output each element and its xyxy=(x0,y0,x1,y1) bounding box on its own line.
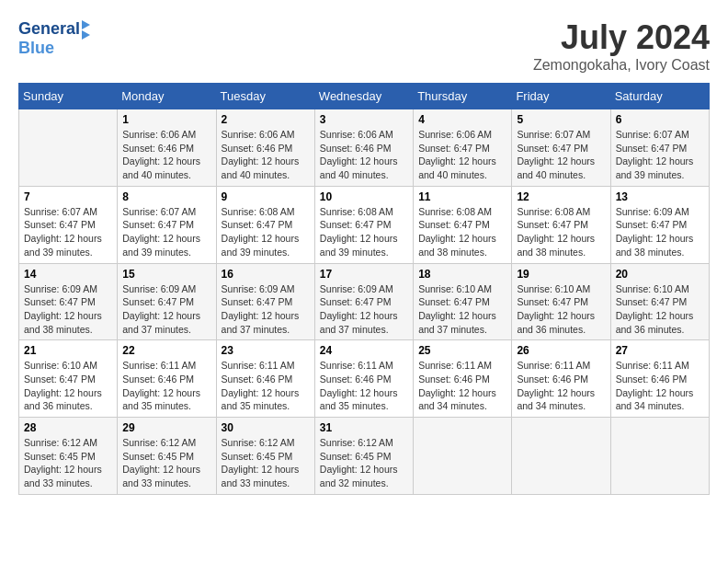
day-cell: 25Sunrise: 6:11 AM Sunset: 6:46 PM Dayli… xyxy=(414,340,512,418)
day-info: Sunrise: 6:11 AM Sunset: 6:46 PM Dayligh… xyxy=(320,359,408,413)
day-number: 11 xyxy=(418,190,506,203)
day-info: Sunrise: 6:10 AM Sunset: 6:47 PM Dayligh… xyxy=(418,282,506,337)
week-row-5: 28Sunrise: 6:12 AM Sunset: 6:45 PM Dayli… xyxy=(19,418,710,495)
day-info: Sunrise: 6:11 AM Sunset: 6:46 PM Dayligh… xyxy=(122,359,210,413)
day-info: Sunrise: 6:08 AM Sunset: 6:47 PM Dayligh… xyxy=(517,205,605,259)
day-info: Sunrise: 6:09 AM Sunset: 6:47 PM Dayligh… xyxy=(24,282,112,337)
day-cell: 10Sunrise: 6:08 AM Sunset: 6:47 PM Dayli… xyxy=(314,186,413,263)
day-cell: 23Sunrise: 6:11 AM Sunset: 6:46 PM Dayli… xyxy=(216,340,314,418)
day-number: 22 xyxy=(122,344,210,357)
day-info: Sunrise: 6:06 AM Sunset: 6:46 PM Dayligh… xyxy=(122,128,210,182)
day-info: Sunrise: 6:09 AM Sunset: 6:47 PM Dayligh… xyxy=(122,282,210,337)
day-info: Sunrise: 6:12 AM Sunset: 6:45 PM Dayligh… xyxy=(122,436,210,490)
day-cell: 24Sunrise: 6:11 AM Sunset: 6:46 PM Dayli… xyxy=(314,340,413,418)
day-number: 30 xyxy=(222,421,310,434)
day-number: 10 xyxy=(320,190,408,203)
day-cell xyxy=(19,109,118,187)
week-row-2: 7Sunrise: 6:07 AM Sunset: 6:47 PM Daylig… xyxy=(19,186,710,263)
day-info: Sunrise: 6:11 AM Sunset: 6:46 PM Dayligh… xyxy=(418,359,506,413)
logo: General Blue xyxy=(18,18,90,58)
day-number: 14 xyxy=(24,268,112,281)
title-section: July 2024 Zemongokaha, Ivory Coast xyxy=(533,18,710,74)
day-info: Sunrise: 6:11 AM Sunset: 6:46 PM Dayligh… xyxy=(222,359,310,413)
day-info: Sunrise: 6:08 AM Sunset: 6:47 PM Dayligh… xyxy=(222,205,310,259)
location: Zemongokaha, Ivory Coast xyxy=(533,57,710,74)
day-info: Sunrise: 6:12 AM Sunset: 6:45 PM Dayligh… xyxy=(320,436,408,490)
header-cell-wednesday: Wednesday xyxy=(314,84,413,109)
week-row-3: 14Sunrise: 6:09 AM Sunset: 6:47 PM Dayli… xyxy=(19,263,710,340)
day-number: 23 xyxy=(222,344,310,357)
day-number: 2 xyxy=(222,113,310,126)
day-cell xyxy=(512,418,610,495)
week-row-1: 1Sunrise: 6:06 AM Sunset: 6:46 PM Daylig… xyxy=(19,109,710,187)
day-cell: 11Sunrise: 6:08 AM Sunset: 6:47 PM Dayli… xyxy=(414,186,512,263)
day-number: 17 xyxy=(320,268,408,281)
day-info: Sunrise: 6:11 AM Sunset: 6:46 PM Dayligh… xyxy=(616,359,704,413)
day-number: 15 xyxy=(122,268,210,281)
day-number: 21 xyxy=(24,344,112,357)
day-number: 7 xyxy=(24,190,112,203)
day-cell: 21Sunrise: 6:10 AM Sunset: 6:47 PM Dayli… xyxy=(19,340,118,418)
day-number: 28 xyxy=(24,421,112,434)
logo-text-general: General xyxy=(18,20,80,39)
day-info: Sunrise: 6:10 AM Sunset: 6:47 PM Dayligh… xyxy=(616,282,704,337)
day-number: 1 xyxy=(122,113,210,126)
day-info: Sunrise: 6:07 AM Sunset: 6:47 PM Dayligh… xyxy=(24,205,112,259)
day-cell: 31Sunrise: 6:12 AM Sunset: 6:45 PM Dayli… xyxy=(314,418,413,495)
day-number: 26 xyxy=(517,344,605,357)
day-number: 29 xyxy=(122,421,210,434)
day-cell: 1Sunrise: 6:06 AM Sunset: 6:46 PM Daylig… xyxy=(118,109,216,187)
page-header: General Blue July 2024 Zemongokaha, Ivor… xyxy=(18,18,710,74)
day-cell: 20Sunrise: 6:10 AM Sunset: 6:47 PM Dayli… xyxy=(610,263,709,340)
day-number: 31 xyxy=(320,421,408,434)
day-cell: 28Sunrise: 6:12 AM Sunset: 6:45 PM Dayli… xyxy=(19,418,118,495)
day-number: 16 xyxy=(222,268,310,281)
day-cell: 17Sunrise: 6:09 AM Sunset: 6:47 PM Dayli… xyxy=(314,263,413,340)
day-number: 13 xyxy=(616,190,704,203)
day-number: 8 xyxy=(122,190,210,203)
calendar-table: SundayMondayTuesdayWednesdayThursdayFrid… xyxy=(18,83,710,495)
logo-text-blue: Blue xyxy=(18,40,54,58)
day-info: Sunrise: 6:09 AM Sunset: 6:47 PM Dayligh… xyxy=(320,282,408,337)
day-cell: 13Sunrise: 6:09 AM Sunset: 6:47 PM Dayli… xyxy=(610,186,709,263)
day-number: 3 xyxy=(320,113,408,126)
day-cell xyxy=(610,418,709,495)
day-cell: 26Sunrise: 6:11 AM Sunset: 6:46 PM Dayli… xyxy=(512,340,610,418)
header-cell-sunday: Sunday xyxy=(19,84,118,109)
header-cell-monday: Monday xyxy=(118,84,216,109)
header-row: SundayMondayTuesdayWednesdayThursdayFrid… xyxy=(19,84,710,109)
day-number: 27 xyxy=(616,344,704,357)
day-cell: 16Sunrise: 6:09 AM Sunset: 6:47 PM Dayli… xyxy=(216,263,314,340)
day-info: Sunrise: 6:07 AM Sunset: 6:47 PM Dayligh… xyxy=(122,205,210,259)
day-info: Sunrise: 6:09 AM Sunset: 6:47 PM Dayligh… xyxy=(616,205,704,259)
day-info: Sunrise: 6:10 AM Sunset: 6:47 PM Dayligh… xyxy=(24,359,112,413)
day-cell: 7Sunrise: 6:07 AM Sunset: 6:47 PM Daylig… xyxy=(19,186,118,263)
day-number: 5 xyxy=(517,113,605,126)
day-cell: 18Sunrise: 6:10 AM Sunset: 6:47 PM Dayli… xyxy=(414,263,512,340)
day-cell: 14Sunrise: 6:09 AM Sunset: 6:47 PM Dayli… xyxy=(19,263,118,340)
day-info: Sunrise: 6:11 AM Sunset: 6:46 PM Dayligh… xyxy=(517,359,605,413)
day-cell: 8Sunrise: 6:07 AM Sunset: 6:47 PM Daylig… xyxy=(118,186,216,263)
day-info: Sunrise: 6:10 AM Sunset: 6:47 PM Dayligh… xyxy=(517,282,605,337)
day-number: 18 xyxy=(418,268,506,281)
day-cell: 9Sunrise: 6:08 AM Sunset: 6:47 PM Daylig… xyxy=(216,186,314,263)
day-info: Sunrise: 6:08 AM Sunset: 6:47 PM Dayligh… xyxy=(418,205,506,259)
day-cell: 27Sunrise: 6:11 AM Sunset: 6:46 PM Dayli… xyxy=(610,340,709,418)
day-cell: 15Sunrise: 6:09 AM Sunset: 6:47 PM Dayli… xyxy=(118,263,216,340)
week-row-4: 21Sunrise: 6:10 AM Sunset: 6:47 PM Dayli… xyxy=(19,340,710,418)
day-info: Sunrise: 6:07 AM Sunset: 6:47 PM Dayligh… xyxy=(616,128,704,182)
day-cell xyxy=(414,418,512,495)
day-info: Sunrise: 6:12 AM Sunset: 6:45 PM Dayligh… xyxy=(24,436,112,490)
header-cell-thursday: Thursday xyxy=(414,84,512,109)
day-cell: 29Sunrise: 6:12 AM Sunset: 6:45 PM Dayli… xyxy=(118,418,216,495)
day-info: Sunrise: 6:06 AM Sunset: 6:46 PM Dayligh… xyxy=(222,128,310,182)
header-cell-saturday: Saturday xyxy=(610,84,709,109)
day-info: Sunrise: 6:06 AM Sunset: 6:47 PM Dayligh… xyxy=(418,128,506,182)
day-number: 4 xyxy=(418,113,506,126)
day-info: Sunrise: 6:08 AM Sunset: 6:47 PM Dayligh… xyxy=(320,205,408,259)
day-cell: 19Sunrise: 6:10 AM Sunset: 6:47 PM Dayli… xyxy=(512,263,610,340)
day-info: Sunrise: 6:06 AM Sunset: 6:46 PM Dayligh… xyxy=(320,128,408,182)
day-cell: 12Sunrise: 6:08 AM Sunset: 6:47 PM Dayli… xyxy=(512,186,610,263)
day-number: 24 xyxy=(320,344,408,357)
day-number: 12 xyxy=(517,190,605,203)
